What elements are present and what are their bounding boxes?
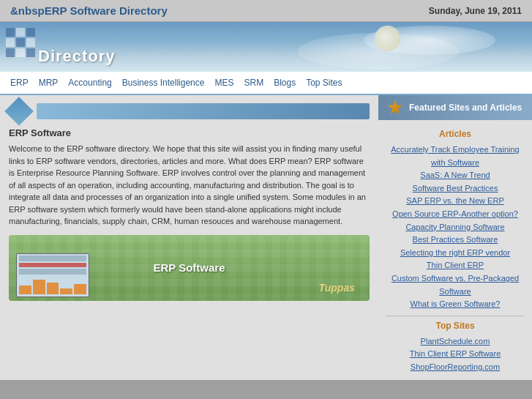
sidebar-article-link[interactable]: Selecting the right ERP vendor <box>386 247 525 260</box>
sidebar-article-link[interactable]: Capacity Planning Software <box>386 221 525 234</box>
articles-section-title: Articles <box>386 129 525 139</box>
hero-banner: Directory <box>0 22 532 72</box>
hero-title: Directory <box>38 47 116 66</box>
diamond-icon <box>4 97 34 126</box>
erp-banner-label: ERP Software <box>153 261 225 274</box>
mock-row <box>19 269 86 275</box>
sidebar-article-link[interactable]: What is Green Software? <box>386 298 525 311</box>
top-sites-section-title: Top Sites <box>386 321 525 331</box>
date-display: Sunday, June 19, 2011 <box>429 6 522 16</box>
chart-bar <box>19 286 31 294</box>
sidebar-article-link[interactable]: Best Practices Software <box>386 234 525 247</box>
nav-item-accounting[interactable]: Accounting <box>68 76 111 89</box>
chart-bar <box>60 288 72 294</box>
chart-bar <box>33 280 45 294</box>
hero-squares <box>6 28 35 57</box>
nav-bar: ERP MRP Accounting Business Intelligence… <box>0 72 532 95</box>
sidebar-top-site-link[interactable]: PlantSchedule.com <box>386 335 525 348</box>
sidebar-article-link[interactable]: Open Source ERP-Another option? <box>386 208 525 221</box>
sidebar-article-link[interactable]: Accurately Track Employee Training with … <box>386 143 525 169</box>
sidebar-top-site-link[interactable]: ShopFloorReporting.com <box>386 361 525 374</box>
featured-header: Featured Sites and Articles <box>378 95 532 120</box>
sidebar-article-link[interactable]: Custom Software vs. Pre-Packaged Softwar… <box>386 272 525 298</box>
moon-decoration <box>375 26 400 51</box>
nav-item-bi[interactable]: Business Intelligence <box>122 76 205 89</box>
sidebar-divider <box>386 316 525 316</box>
nav-item-erp[interactable]: ERP <box>10 76 29 89</box>
tuppas-label: Tuppas <box>318 282 355 294</box>
right-sidebar: Featured Sites and Articles Articles Acc… <box>378 95 532 380</box>
mock-row <box>19 263 86 267</box>
top-bar: &nbspERP Software Directory Sunday, June… <box>0 0 532 22</box>
nav-item-mes[interactable]: MES <box>214 76 233 89</box>
chart-bar <box>47 283 59 294</box>
nav-item-blogs[interactable]: Blogs <box>274 76 296 89</box>
featured-header-text: Featured Sites and Articles <box>409 102 522 113</box>
site-title: &nbspERP Software Directory <box>10 4 168 17</box>
content-area: ERP Software Welcome to the ERP software… <box>0 95 532 380</box>
mock-row <box>19 256 86 261</box>
mock-chart <box>19 280 86 294</box>
sidebar-article-link[interactable]: SAP ERP vs. the New ERP <box>386 195 525 208</box>
sidebar-article-link[interactable]: Software Best Practices <box>386 182 525 195</box>
erp-image-banner: ERP Software Tuppas <box>9 235 370 301</box>
nav-item-mrp[interactable]: MRP <box>39 76 59 89</box>
sidebar-article-link[interactable]: SaaS: A New Trend <box>386 169 525 182</box>
main-body-text: Welcome to the ERP software directory. W… <box>9 143 370 228</box>
nav-item-topsites[interactable]: Top Sites <box>306 76 342 89</box>
nav-item-srm[interactable]: SRM <box>244 76 263 89</box>
sidebar-top-site-link[interactable]: Thin Client ERP Software <box>386 348 525 361</box>
mock-screen <box>16 253 89 297</box>
sidebar-content: Articles Accurately Track Employee Train… <box>378 120 532 380</box>
main-section: ERP Software Welcome to the ERP software… <box>0 95 378 380</box>
blue-bar <box>37 103 370 119</box>
main-heading: ERP Software <box>9 127 370 138</box>
sidebar-article-link[interactable]: Thin Client ERP <box>386 259 525 272</box>
top-decoration <box>9 101 370 122</box>
featured-star-icon <box>387 100 403 116</box>
chart-bar <box>74 284 86 294</box>
